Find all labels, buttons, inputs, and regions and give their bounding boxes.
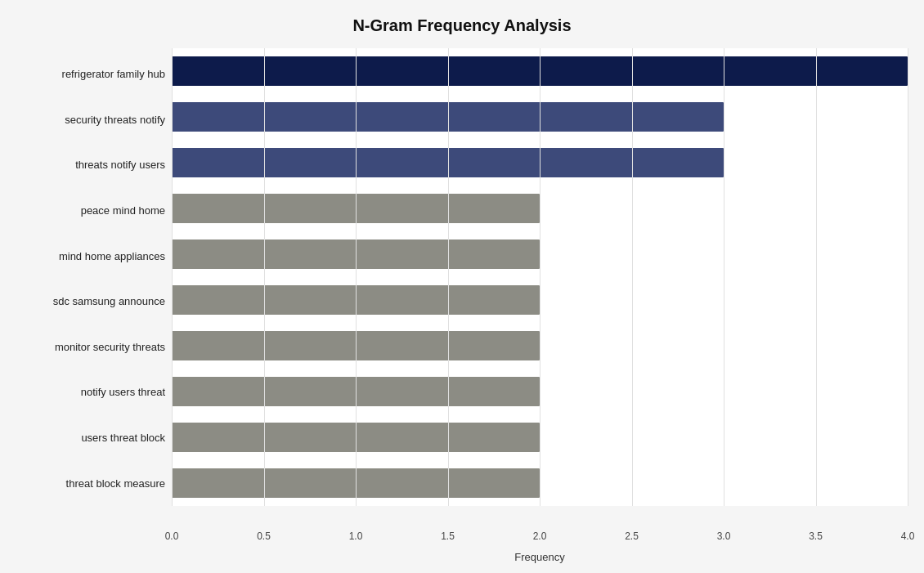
- x-tick-label: 3.5: [809, 530, 823, 542]
- x-tick-label: 0.0: [165, 530, 179, 542]
- bar: [172, 102, 724, 132]
- y-axis-label: users threat block: [16, 432, 172, 443]
- bar-row: [172, 231, 908, 277]
- bar: [172, 285, 540, 315]
- bars-inner: [172, 48, 908, 506]
- bar-row: [172, 140, 908, 186]
- x-tick-label: 1.0: [349, 530, 363, 542]
- bar: [172, 331, 540, 360]
- y-axis-label: security threats notify: [16, 114, 172, 125]
- y-axis-label: monitor security threats: [16, 342, 172, 352]
- bar: [172, 56, 908, 86]
- grid-line: [908, 48, 908, 506]
- bar-row: [172, 414, 908, 460]
- bar: [172, 194, 540, 223]
- bar-row: [172, 48, 908, 94]
- y-axis-labels: refrigerator family hubsecurity threats …: [16, 48, 172, 530]
- chart-area: refrigerator family hubsecurity threats …: [16, 48, 908, 530]
- y-axis-label: threats notify users: [16, 159, 172, 170]
- bar-row: [172, 94, 908, 140]
- bar: [172, 468, 540, 498]
- y-axis-label: mind home appliances: [16, 251, 172, 262]
- bar: [172, 377, 540, 406]
- bar-row: [172, 277, 908, 323]
- x-tick-label: 1.5: [441, 530, 455, 542]
- y-axis-label: notify users threat: [16, 387, 172, 397]
- y-axis-label: peace mind home: [16, 205, 172, 216]
- bottom-labels: 0.00.51.01.52.02.53.03.54.0 Frequency: [172, 530, 908, 563]
- y-axis-label: sdc samsung announce: [16, 296, 172, 307]
- bar: [172, 148, 724, 177]
- y-axis-label: threat block measure: [16, 478, 172, 489]
- x-tick-label: 0.5: [257, 530, 271, 542]
- bar: [172, 423, 540, 452]
- bar-row: [172, 186, 908, 231]
- x-tick-label: 3.0: [717, 530, 731, 542]
- chart-title: N-Gram Frequency Analysis: [16, 16, 908, 35]
- bar-row: [172, 369, 908, 414]
- bar-row: [172, 323, 908, 369]
- chart-container: N-Gram Frequency Analysis refrigerator f…: [0, 0, 924, 573]
- bars-area: [172, 48, 908, 530]
- x-tick-label: 2.0: [533, 530, 547, 542]
- x-tick-label: 4.0: [901, 530, 915, 542]
- bar: [172, 239, 540, 269]
- bar-row: [172, 460, 908, 506]
- y-axis-label: refrigerator family hub: [16, 69, 172, 79]
- x-axis-title: Frequency: [172, 551, 908, 563]
- x-tick-label: 2.5: [625, 530, 639, 542]
